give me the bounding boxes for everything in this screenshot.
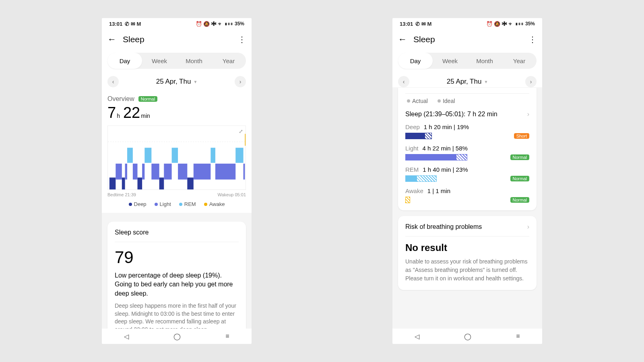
legend-item: Awake: [204, 201, 225, 207]
sleep-stage-chart[interactable]: ⤢: [107, 125, 246, 190]
svg-rect-14: [178, 164, 187, 180]
sleep-score-value: 79: [115, 248, 239, 267]
chevron-right-icon: ›: [527, 111, 529, 118]
system-nav-bar: ◁ ◯ ≡: [392, 329, 542, 344]
date-label[interactable]: 25 Apr, Thu ▼: [447, 78, 488, 86]
tab-week[interactable]: Week: [433, 53, 467, 69]
svg-rect-12: [164, 164, 171, 180]
svg-rect-13: [172, 148, 178, 163]
status-battery: 35%: [525, 21, 535, 27]
svg-rect-2: [116, 164, 122, 180]
tab-month[interactable]: Month: [467, 53, 502, 69]
phone-screen-1: 13:01 ✆ ✉ M ⏰ 🔕 ✱ ᯤ ▮▯▯ 35% ← Sleep ⋮ Da…: [102, 18, 252, 344]
chevron-right-icon: ›: [527, 223, 529, 230]
bedtime-label: Bedtime 21:39: [107, 192, 136, 197]
back-icon[interactable]: ←: [398, 34, 407, 45]
legend-item: REM: [179, 201, 196, 207]
legend-item: Light: [155, 201, 171, 207]
stage-name: Deep: [405, 123, 420, 130]
svg-rect-3: [122, 177, 125, 189]
back-icon[interactable]: ←: [107, 34, 116, 45]
stage-badge: Short: [514, 133, 529, 139]
chart-legend: DeepLightREMAwake: [107, 201, 246, 207]
status-left-icons: ✆ ✉ M: [415, 21, 431, 27]
status-bar: 13:01 ✆ ✉ M ⏰ 🔕 ✱ ᯤ ▮▯▯ 35%: [392, 18, 542, 29]
phone-screen-2: 13:01 ✆ ✉ M ⏰ 🔕 ✱ ᯤ ▮▯▯ 35% ← Sleep ⋮ Da…: [392, 18, 542, 344]
legend-item: Deep: [129, 201, 147, 207]
stage-name: Light: [405, 145, 419, 152]
stage-badge: Normal: [510, 197, 529, 203]
page-title: Sleep: [413, 35, 522, 44]
stage-badge: Normal: [510, 154, 529, 160]
prev-day-button[interactable]: ‹: [398, 76, 409, 87]
sleep-summary-row[interactable]: Sleep (21:39–05:01): 7 h 22 min ›: [405, 111, 529, 118]
status-bar: 13:01 ✆ ✉ M ⏰ 🔕 ✱ ᯤ ▮▯▯ 35%: [102, 18, 252, 29]
nav-recent-icon[interactable]: ≡: [225, 333, 229, 340]
tab-month[interactable]: Month: [177, 53, 211, 69]
nav-recent-icon[interactable]: ≡: [516, 333, 520, 340]
status-time: 13:01: [109, 21, 122, 27]
overview-label: Overview: [107, 95, 134, 103]
chevron-down-icon: ▼: [484, 80, 488, 84]
chevron-down-icon: ▼: [193, 80, 197, 84]
status-badge: Normal: [138, 96, 157, 102]
svg-rect-15: [187, 177, 193, 189]
nav-back-icon[interactable]: ◁: [124, 333, 129, 340]
stage-value: 1 h 20 min | 19%: [424, 123, 469, 130]
tab-day[interactable]: Day: [107, 53, 142, 69]
date-navigation: ‹ 25 Apr, Thu ▼ ›: [107, 76, 246, 87]
nav-home-icon[interactable]: ◯: [173, 333, 181, 340]
next-day-button[interactable]: ›: [525, 76, 537, 87]
status-right-icons: ⏰ 🔕 ✱ ᯤ ▮▯▯: [486, 21, 524, 27]
stage-value: 4 h 22 min | 58%: [423, 145, 468, 152]
stage-value: 1 | 1 min: [427, 187, 450, 194]
sleep-score-body: Deep sleep happens more in the first hal…: [115, 302, 239, 329]
svg-rect-8: [142, 164, 144, 180]
date-navigation: ‹ 25 Apr, Thu ▼ ›: [398, 76, 537, 87]
tab-year[interactable]: Year: [502, 53, 537, 69]
svg-rect-21: [245, 134, 246, 146]
breathing-body: Unable to assess your risk of breathing …: [405, 257, 529, 283]
actual-ideal-legend: Actual Ideal: [405, 98, 529, 104]
svg-rect-1: [109, 177, 116, 189]
svg-rect-19: [235, 148, 243, 163]
sleep-score-title: Sleep score: [115, 229, 239, 236]
svg-rect-10: [151, 164, 159, 180]
svg-rect-5: [127, 148, 133, 163]
prev-day-button[interactable]: ‹: [107, 76, 119, 87]
stage-row: Awake 1 | 1 min Normal: [405, 187, 529, 203]
tab-day[interactable]: Day: [398, 53, 433, 69]
breathing-card[interactable]: Risk of breathing problems › No result U…: [398, 216, 537, 290]
app-header: ← Sleep ⋮: [392, 29, 542, 49]
page-title: Sleep: [123, 35, 231, 44]
stage-row: Deep 1 h 20 min | 19% Short: [405, 123, 529, 139]
status-right-icons: ⏰ 🔕 ✱ ᯤ ▮▯▯: [196, 21, 233, 27]
stage-bar: [405, 175, 437, 182]
next-day-button[interactable]: ›: [235, 76, 246, 87]
status-time: 13:01: [400, 21, 413, 27]
tab-week[interactable]: Week: [142, 53, 177, 69]
svg-rect-11: [159, 177, 164, 189]
wakeup-label: Wakeup 05:01: [217, 192, 246, 197]
svg-rect-16: [194, 164, 211, 180]
stage-badge: Normal: [510, 176, 529, 181]
stage-bar: [405, 133, 432, 139]
status-battery: 35%: [235, 21, 244, 27]
tab-year[interactable]: Year: [211, 53, 246, 69]
more-icon[interactable]: ⋮: [238, 35, 246, 44]
nav-back-icon[interactable]: ◁: [415, 333, 419, 340]
svg-rect-17: [211, 148, 215, 163]
nav-home-icon[interactable]: ◯: [464, 333, 471, 340]
breathing-title: Risk of breathing problems: [405, 223, 482, 230]
stage-name: REM: [405, 166, 419, 173]
svg-rect-4: [125, 164, 127, 180]
more-icon[interactable]: ⋮: [528, 35, 537, 44]
stage-row: REM 1 h 40 min | 23% Normal: [405, 166, 529, 182]
svg-rect-18: [215, 164, 235, 180]
stage-value: 1 h 40 min | 23%: [423, 166, 468, 173]
sleep-score-card[interactable]: Sleep score 79 Low percentage of deep sl…: [107, 222, 246, 329]
svg-rect-6: [133, 164, 138, 180]
date-label[interactable]: 25 Apr, Thu ▼: [156, 78, 198, 86]
expand-icon[interactable]: ⤢: [239, 128, 243, 134]
sleep-score-headline: Low percentage of deep sleep (19%). Goin…: [115, 271, 239, 298]
